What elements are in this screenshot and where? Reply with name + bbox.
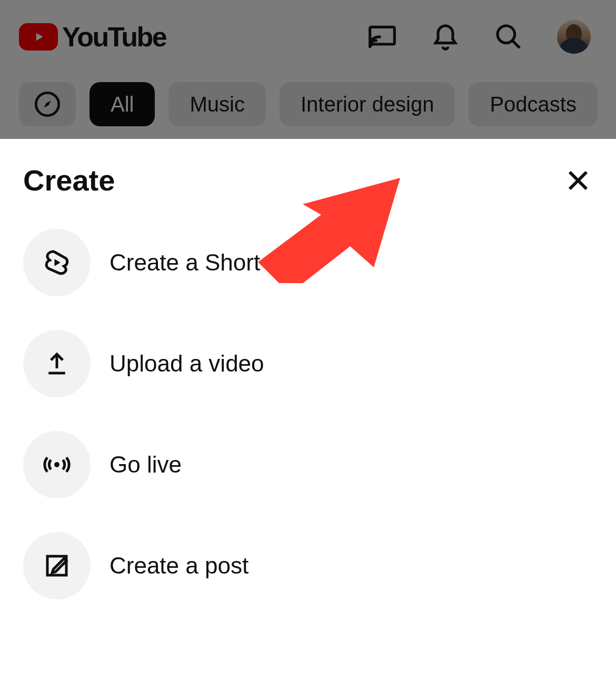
create-post-item[interactable]: Create a post [23,532,593,599]
sheet-item-label: Create a Short [110,249,260,276]
upload-icon [23,330,91,397]
sheet-item-label: Go live [110,452,182,478]
go-live-item[interactable]: Go live [23,431,593,498]
close-icon [565,168,591,193]
modal-scrim[interactable] [0,0,616,139]
sheet-header: Create [23,163,593,197]
sheet-item-label: Upload a video [110,350,264,377]
post-icon [23,532,91,599]
sheet-title: Create [23,163,115,197]
live-icon [23,431,91,498]
upload-video-item[interactable]: Upload a video [23,330,593,397]
close-button[interactable] [563,166,593,195]
shorts-icon [23,229,91,296]
create-sheet: Create Create a Short Upload a video Go … [0,139,616,692]
sheet-item-label: Create a post [110,553,249,579]
create-short-item[interactable]: Create a Short [23,229,593,296]
svg-point-9 [54,462,59,467]
